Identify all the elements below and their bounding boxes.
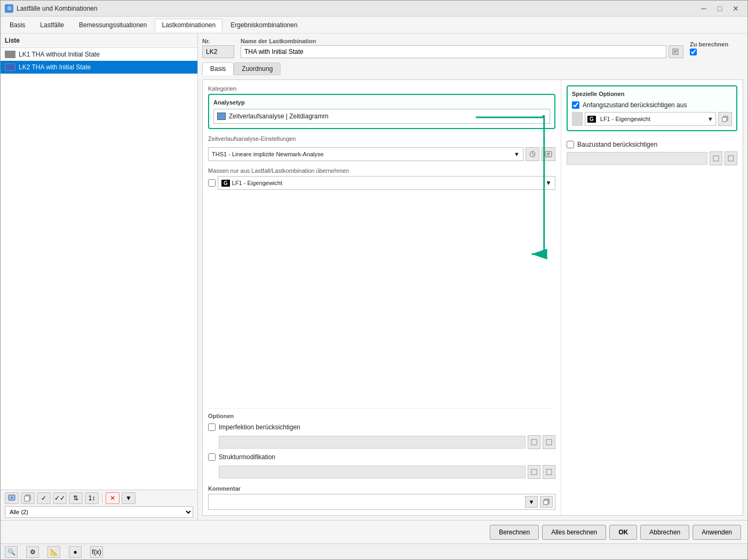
tab-ergebnis[interactable]: Ergebniskombinationen — [224, 19, 304, 31]
kommentar-arrow[interactable]: ▼ — [525, 496, 538, 508]
strukturmod-btn2[interactable] — [543, 465, 555, 479]
kommentar-field[interactable]: ▼ — [208, 494, 555, 510]
tab-lastfaelle[interactable]: Lastfälle — [33, 19, 71, 31]
svg-rect-18 — [546, 469, 552, 475]
kommentar-copy[interactable] — [540, 496, 553, 508]
bauzustand-btn2[interactable] — [725, 151, 737, 165]
zu-berechnen-checkbox-wrap — [690, 49, 743, 55]
massen-row: G LF1 - Eigengewicht ▼ — [208, 176, 555, 190]
svg-rect-20 — [544, 500, 548, 505]
massen-checkbox[interactable] — [208, 179, 216, 187]
app-icon: ⚙ — [5, 4, 13, 13]
imperfektion-btn1[interactable] — [528, 435, 540, 449]
filter-select[interactable]: Alle (2) — [5, 506, 193, 518]
tva-row: THS1 - Lineare implizite Newmark-Analyse… — [208, 147, 555, 161]
berechnen-button[interactable]: Berechnen — [490, 525, 539, 540]
bottom-toolbar: + ✓ ✓✓ ⇅ 1↕ ✕ ▼ — [5, 492, 193, 504]
analysetyp-select[interactable]: Zeitverlaufsanalyse | Zeitdiagramm ▼ — [213, 109, 550, 124]
massen-value: LF1 - Eigengewicht — [232, 180, 545, 186]
massen-label: Massen nur aus Lastfall/Lastkombination … — [208, 167, 555, 174]
nr-input[interactable] — [202, 45, 234, 58]
item-color-swatch-selected — [5, 63, 15, 71]
optionen-label: Optionen — [208, 408, 555, 419]
bauzustand-section: Bauzustand berücksichtigen — [567, 141, 737, 165]
minimize-button[interactable]: ─ — [696, 3, 711, 14]
bauzustand-label: Bauzustand berücksichtigen — [577, 141, 657, 148]
optionen-section: Optionen Imperfektion berücksichtigen — [208, 408, 555, 479]
numbering-button[interactable]: 1↕ — [85, 492, 99, 504]
tab-basis[interactable]: Basis — [3, 19, 32, 31]
name-input[interactable] — [241, 45, 666, 58]
name-edit-button[interactable] — [669, 45, 683, 58]
imperfektion-checkbox[interactable] — [208, 423, 216, 431]
zu-berechnen-group: Zu berechnen — [690, 41, 743, 55]
right-panel: Nr. Name der Lastkombination Zu berechne… — [198, 34, 747, 520]
alles-berechnen-button[interactable]: Alles berechnen — [542, 525, 606, 540]
list-item-label: LK1 THA without Initial State — [19, 51, 100, 58]
anfangszustand-color-swatch — [572, 112, 583, 126]
anfangszustand-letter: G — [587, 116, 596, 123]
anfangszustand-btn[interactable] — [718, 112, 732, 126]
svg-rect-17 — [531, 469, 537, 475]
massen-select[interactable]: G LF1 - Eigengewicht ▼ — [218, 176, 555, 190]
tab-lastkombinationen[interactable]: Lastkombinationen — [155, 19, 222, 31]
list-item-selected[interactable]: LK2 THA with Initial State — [1, 61, 197, 74]
massen-letter: G — [221, 180, 230, 187]
bauzustand-checkbox[interactable] — [567, 141, 574, 148]
maximize-button[interactable]: □ — [712, 3, 727, 14]
analysetyp-box: Analysetyp Zeitverlaufsanalyse | Zeitdia… — [208, 94, 555, 129]
arrow-down-button[interactable]: ▼ — [122, 492, 136, 504]
strukturmod-checkbox[interactable] — [208, 453, 216, 461]
tva-settings: Zeitverlaufsanalyse-Einstellungen THS1 -… — [208, 135, 555, 161]
name-field-wrap — [241, 45, 683, 58]
anfangszustand-checkbox[interactable] — [572, 101, 579, 109]
anwenden-button[interactable]: Anwenden — [693, 525, 741, 540]
svg-text:+: + — [11, 495, 13, 500]
tab-bemessung[interactable]: Bemessungssituationen — [72, 19, 154, 31]
strukturmod-btn1[interactable] — [528, 465, 540, 479]
add-button[interactable]: + — [5, 492, 19, 504]
list-header: Liste — [1, 34, 197, 48]
imperfektion-sub — [219, 435, 555, 449]
statusbar-btn1[interactable]: 🔍 — [5, 546, 18, 558]
analysetyp-label: Analysetyp — [213, 99, 550, 106]
zu-berechnen-checkbox[interactable] — [690, 49, 697, 55]
statusbar-btn2[interactable]: ⚙ — [26, 546, 39, 558]
nr-label: Nr. — [202, 38, 234, 44]
delete-button[interactable]: ✕ — [106, 492, 120, 504]
svg-rect-22 — [722, 117, 727, 122]
tva-settings-btn2[interactable] — [542, 147, 555, 161]
strukturmod-label: Strukturmodifikation — [219, 453, 275, 461]
close-button[interactable]: ✕ — [728, 3, 743, 14]
check-all-button[interactable]: ✓✓ — [53, 492, 67, 504]
panel-tab-zuordnung[interactable]: Zuordnung — [234, 62, 281, 75]
massen-arrow: ▼ — [545, 179, 552, 187]
anfangszustand-select-row: G LF1 - Eigengewicht ▼ — [572, 112, 732, 126]
copy-button[interactable] — [21, 492, 35, 504]
window-title: Lastfälle und Kombinationen — [17, 5, 97, 12]
abbrechen-button[interactable]: Abbrechen — [640, 525, 689, 540]
panel-tab-basis[interactable]: Basis — [202, 62, 234, 75]
bauzustand-btn1[interactable] — [710, 151, 722, 165]
nr-group: Nr. — [202, 38, 234, 58]
tva-settings-btn1[interactable] — [526, 147, 539, 161]
statusbar-btn5[interactable]: f(x) — [90, 546, 103, 558]
main-window: ⚙ Lastfälle und Kombinationen ─ □ ✕ Basi… — [0, 0, 748, 560]
left-panel: Liste LK1 THA without Initial State LK2 … — [1, 34, 198, 520]
anfangszustand-select[interactable]: G LF1 - Eigengewicht ▼ — [585, 112, 716, 126]
svg-rect-23 — [713, 156, 719, 161]
statusbar-btn4[interactable]: ● — [69, 546, 82, 558]
tva-select[interactable]: THS1 - Lineare implizite Newmark-Analyse… — [208, 147, 523, 161]
imperfektion-btn2[interactable] — [543, 435, 555, 449]
anfangszustand-row: Anfangszustand berücksichtigen aus — [572, 101, 732, 109]
spacer — [208, 196, 555, 402]
check-button[interactable]: ✓ — [37, 492, 51, 504]
imperfektion-sub-select — [219, 436, 526, 449]
sort-button[interactable]: ⇅ — [69, 492, 83, 504]
ok-button[interactable]: OK — [609, 525, 637, 540]
svg-rect-3 — [25, 496, 29, 501]
list-item[interactable]: LK1 THA without Initial State — [1, 48, 197, 61]
statusbar-btn3[interactable]: 📐 — [47, 546, 60, 558]
kategorien-section: Kategorien Analysetyp Zeitverlaufsanalys… — [208, 85, 555, 129]
strukturmod-sub-select — [219, 466, 526, 478]
